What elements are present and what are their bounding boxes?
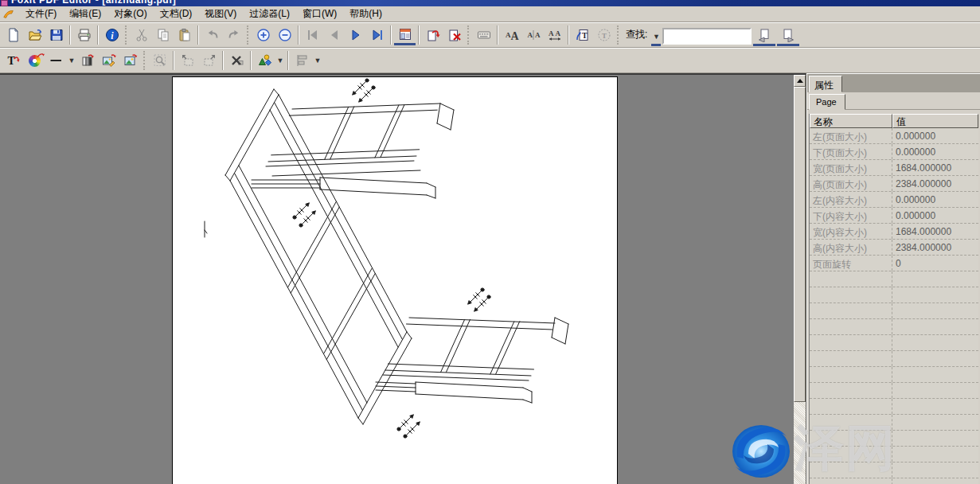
first-page-button[interactable] bbox=[302, 25, 323, 45]
table-row-empty bbox=[810, 351, 978, 367]
insert-pages-button[interactable] bbox=[394, 25, 416, 45]
zoom-in-button[interactable] bbox=[252, 25, 274, 45]
toolbar-objects: T ▼ bbox=[0, 48, 980, 73]
rotate-page-button[interactable] bbox=[422, 25, 443, 45]
svg-text:A: A bbox=[527, 31, 533, 39]
table-row-empty bbox=[810, 319, 978, 335]
text-circle-button[interactable]: T bbox=[593, 25, 615, 45]
scroll-up-button[interactable] bbox=[794, 75, 806, 87]
paste-button[interactable] bbox=[174, 25, 195, 45]
find-label: 查找: bbox=[623, 28, 650, 46]
ladder-section-left bbox=[225, 89, 412, 424]
last-page-button[interactable] bbox=[366, 25, 388, 45]
svg-text:A: A bbox=[535, 31, 541, 39]
cut-button[interactable] bbox=[131, 25, 152, 45]
table-row[interactable]: 左(内容大小)0.000000 bbox=[810, 192, 978, 208]
table-row-empty bbox=[810, 367, 978, 383]
kerning-button[interactable]: A A bbox=[522, 25, 544, 45]
table-row[interactable]: 下(内容大小)0.000000 bbox=[810, 208, 978, 224]
table-row[interactable]: 左(页面大小)0.000000 bbox=[810, 128, 978, 144]
info-icon: i bbox=[105, 28, 119, 42]
add-text-object-button[interactable]: T bbox=[2, 50, 24, 71]
line-style-button[interactable] bbox=[45, 50, 67, 71]
menu-help[interactable]: 帮助(H) bbox=[343, 6, 388, 22]
line-icon bbox=[49, 53, 64, 68]
new-document-button[interactable] bbox=[2, 25, 24, 45]
save-button[interactable] bbox=[45, 25, 67, 45]
table-row[interactable]: 页面旋转0 bbox=[810, 256, 978, 271]
table-row[interactable]: 下(页面大小)0.000000 bbox=[810, 144, 978, 160]
watermark-swirl-logo bbox=[729, 422, 793, 481]
menu-filter[interactable]: 过滤器(L) bbox=[243, 6, 296, 22]
add-text-button[interactable]: T bbox=[572, 25, 593, 45]
panel-tab-strip: Page bbox=[807, 92, 980, 110]
text-caret-mark bbox=[205, 221, 207, 237]
new-document-icon bbox=[6, 28, 21, 42]
copy-button[interactable] bbox=[152, 25, 174, 45]
next-page-icon bbox=[349, 28, 363, 42]
add-image-button[interactable] bbox=[119, 50, 141, 71]
table-row[interactable]: 高(页面大小)2384.000000 bbox=[810, 176, 978, 192]
document-info-button[interactable]: i bbox=[101, 25, 123, 45]
delete-object-button[interactable] bbox=[226, 50, 248, 71]
panel-title-tab[interactable]: 属性 bbox=[809, 76, 842, 92]
open-file-button[interactable] bbox=[24, 25, 45, 45]
table-row-empty bbox=[810, 271, 978, 287]
last-page-icon bbox=[370, 28, 385, 42]
red-arrow-icon bbox=[37, 51, 45, 59]
align-button[interactable] bbox=[291, 50, 313, 71]
zoom-out-icon bbox=[278, 28, 292, 42]
undo-icon bbox=[205, 28, 220, 42]
char-spacing-button[interactable]: AA bbox=[544, 25, 565, 45]
align-caret[interactable]: ▼ bbox=[313, 52, 322, 69]
shapes-caret[interactable]: ▼ bbox=[275, 52, 285, 69]
print-button[interactable] bbox=[73, 25, 95, 45]
ladder-section-top-right bbox=[252, 103, 454, 198]
screw-pair-top bbox=[353, 79, 375, 102]
shapes-icon bbox=[258, 53, 272, 68]
column-header-value[interactable]: 值 bbox=[892, 114, 978, 128]
menu-file[interactable]: 文件(F) bbox=[19, 6, 63, 22]
send-backward-button[interactable] bbox=[198, 50, 220, 71]
line-style-caret[interactable]: ▼ bbox=[67, 52, 76, 69]
delete-page-button[interactable] bbox=[443, 25, 465, 45]
scrollbar-thumb[interactable] bbox=[794, 87, 806, 402]
print-icon bbox=[77, 28, 92, 42]
toolbar-main: i bbox=[0, 22, 980, 48]
shading-button[interactable] bbox=[76, 50, 98, 71]
find-dropdown-caret[interactable]: ▼ bbox=[651, 29, 661, 46]
tab-page[interactable]: Page bbox=[809, 94, 845, 110]
redo-button[interactable] bbox=[223, 25, 244, 45]
document-workspace[interactable] bbox=[0, 73, 794, 484]
menu-document[interactable]: 文档(D) bbox=[154, 6, 199, 22]
pdf-page[interactable] bbox=[172, 76, 618, 484]
table-row[interactable]: 宽(内容大小)1684.000000 bbox=[810, 224, 978, 240]
bring-forward-button[interactable] bbox=[177, 50, 198, 71]
column-header-name[interactable]: 名称 bbox=[810, 114, 892, 128]
font-size-button[interactable]: AA bbox=[501, 25, 522, 45]
previous-page-button[interactable] bbox=[323, 25, 345, 45]
find-input[interactable] bbox=[662, 28, 752, 45]
next-page-button[interactable] bbox=[345, 25, 366, 45]
edit-image-button[interactable] bbox=[98, 50, 119, 71]
shapes-button[interactable] bbox=[254, 50, 275, 71]
table-row[interactable]: 宽(页面大小)1684.000000 bbox=[810, 160, 978, 176]
keyboard-button[interactable] bbox=[473, 25, 494, 45]
table-row-empty bbox=[810, 303, 978, 319]
zoom-out-button[interactable] bbox=[274, 25, 295, 45]
color-wheel-button[interactable] bbox=[24, 50, 45, 71]
table-row[interactable]: 高(内容大小)2384.000000 bbox=[810, 240, 978, 256]
undo-button[interactable] bbox=[201, 25, 223, 45]
menu-object[interactable]: 对象(O) bbox=[107, 6, 153, 22]
select-object-button[interactable] bbox=[149, 50, 170, 71]
find-previous-button[interactable] bbox=[753, 25, 775, 46]
menu-window[interactable]: 窗口(W) bbox=[296, 6, 343, 22]
menu-edit[interactable]: 编辑(E) bbox=[63, 6, 107, 22]
select-object-icon bbox=[153, 53, 167, 68]
menu-view[interactable]: 视图(V) bbox=[198, 6, 243, 22]
svg-text:T: T bbox=[7, 55, 15, 67]
find-group: 查找: ▼ bbox=[623, 24, 799, 46]
find-next-button[interactable] bbox=[777, 25, 799, 46]
table-row-empty bbox=[810, 478, 978, 484]
ladder-section-bottom-right bbox=[376, 318, 568, 403]
